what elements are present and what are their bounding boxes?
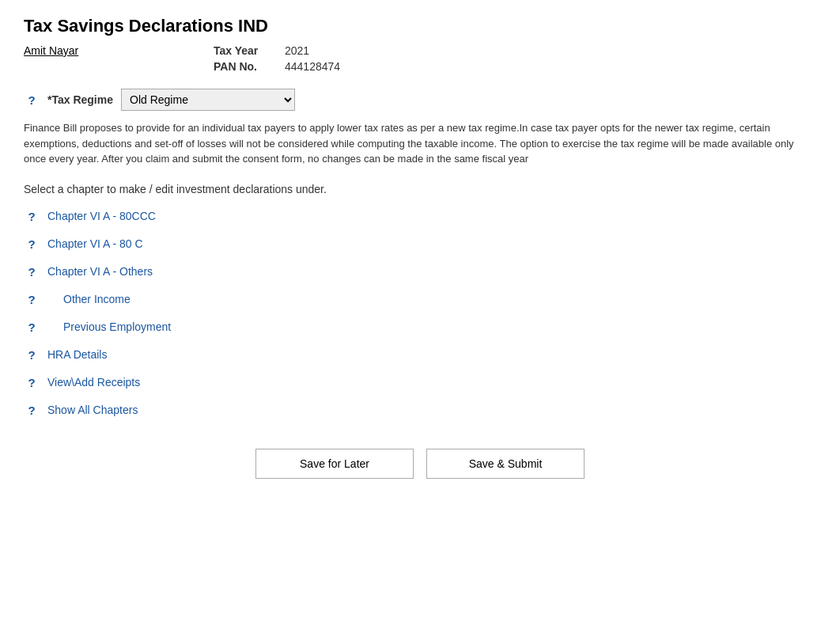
tax-year-label: Tax Year [214, 44, 277, 57]
list-item: ? Other Income [24, 293, 816, 306]
list-item: ? Show All Chapters [24, 404, 816, 417]
list-item: ? Chapter VI A - 80 C [24, 237, 816, 251]
chapter6-help-icon[interactable]: ? [24, 348, 40, 362]
chapter4-help-icon[interactable]: ? [24, 293, 40, 306]
save-submit-button[interactable]: Save & Submit [426, 449, 585, 479]
chapter3-help-icon[interactable]: ? [24, 265, 40, 279]
list-item: ? HRA Details [24, 348, 816, 362]
regime-help-icon[interactable]: ? [24, 93, 40, 107]
button-row: Save for Later Save & Submit [24, 449, 816, 479]
list-item: ? Previous Employment [24, 320, 816, 334]
list-item: ? Chapter VI A - Others [24, 265, 816, 279]
pan-label: PAN No. [214, 60, 277, 73]
tax-regime-select[interactable]: Old Regime New Regime [121, 89, 295, 111]
chapter8-help-icon[interactable]: ? [24, 404, 40, 417]
chapter5-help-icon[interactable]: ? [24, 320, 40, 334]
chapter-vi-a-others-link[interactable]: Chapter VI A - Others [47, 265, 153, 278]
chapter2-help-icon[interactable]: ? [24, 237, 40, 251]
chapter-vi-a-80c-link[interactable]: Chapter VI A - 80 C [47, 237, 143, 250]
list-item: ? View\Add Receipts [24, 376, 816, 389]
chapter7-help-icon[interactable]: ? [24, 376, 40, 389]
chapter-vi-a-80ccc-link[interactable]: Chapter VI A - 80CCC [47, 210, 156, 222]
show-all-chapters-link[interactable]: Show All Chapters [47, 404, 138, 416]
tax-year-value: 2021 [285, 44, 309, 57]
regime-label: *Tax Regime [47, 93, 113, 106]
pan-value: 444128474 [285, 60, 340, 73]
view-add-receipts-link[interactable]: View\Add Receipts [47, 376, 140, 389]
previous-employment-link[interactable]: Previous Employment [63, 320, 171, 333]
list-item: ? Chapter VI A - 80CCC [24, 210, 816, 223]
user-name[interactable]: Amit Nayar [24, 44, 150, 57]
info-text: Finance Bill proposes to provide for an … [24, 120, 799, 167]
hra-details-link[interactable]: HRA Details [47, 348, 107, 361]
select-chapter-text: Select a chapter to make / edit investme… [24, 183, 816, 195]
other-income-link[interactable]: Other Income [63, 293, 131, 305]
save-for-later-button[interactable]: Save for Later [255, 449, 414, 479]
chapter1-help-icon[interactable]: ? [24, 210, 40, 223]
chapter-list: ? Chapter VI A - 80CCC ? Chapter VI A - … [24, 210, 816, 417]
page-title: Tax Savings Declarations IND [24, 16, 816, 36]
